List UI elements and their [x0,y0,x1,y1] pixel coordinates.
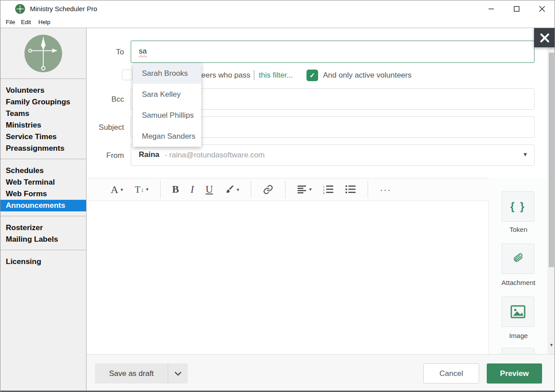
active-volunteers-checkbox[interactable]: ✓ [306,70,318,81]
sidebar-section-output: Schedules Web Terminal Web Forms Announc… [0,159,86,216]
paperclip-icon [511,252,525,265]
sidebar-section-tools: Rosterizer Mailing Labels [0,216,86,250]
footer-bar: Save as draft Cancel Preview [87,354,555,391]
chevron-down-icon: ▾ [236,187,239,194]
sidebar-item-teams[interactable]: Teams [0,108,86,120]
subject-label: Subject [87,123,124,132]
autocomplete-item[interactable]: Samuel Phillips [133,105,201,126]
window-title: Ministry Scheduler Pro [30,5,97,12]
chevron-down-icon: ▾ [146,186,149,194]
token-braces-icon: { } [510,200,526,213]
app-window: Ministry Scheduler Pro File Edit Help [0,0,555,392]
sidebar-item-schedules[interactable]: Schedules [0,165,86,177]
cancel-button[interactable]: Cancel [423,363,479,384]
chevron-down-icon: ▾ [120,187,123,194]
save-draft-dropdown-button[interactable] [168,363,188,384]
app-logo-icon [15,4,25,14]
underline-button[interactable]: U [206,185,213,194]
italic-button[interactable]: I [191,185,194,194]
active-volunteers-label: And only active volunteers [323,71,411,80]
panel-scrollbar[interactable]: ▾ [547,28,555,354]
font-color-button[interactable]: A ▾ [111,185,123,194]
toolbar-separator [160,181,161,198]
from-select[interactable]: Raina - raina@rotundasoftware.com ▾ [131,144,534,166]
from-email: - raina@rotundasoftware.com [165,151,265,160]
to-input[interactable]: sa [131,41,534,63]
checkmark-icon: ✓ [310,71,315,79]
sidebar-item-service-times[interactable]: Service Times [0,131,86,143]
sidebar-item-ministries[interactable]: Ministries [0,120,86,131]
save-draft-split-button: Save as draft [95,363,188,384]
align-button[interactable]: ▾ [297,185,312,194]
sidebar-item-preassignments[interactable]: Preassignments [0,143,86,154]
toolbar-separator [368,181,368,198]
toolbar-separator [285,181,286,198]
scrollbar-thumb[interactable] [549,53,554,267]
close-icon [539,33,550,43]
from-label: From [87,151,124,160]
attachment-label: Attachment [489,279,547,286]
from-name: Raina [139,150,159,159]
sidebar-item-rosterizer[interactable]: Rosterizer [0,222,86,234]
bullet-list-button[interactable] [345,185,356,194]
autocomplete-item[interactable]: Sara Kelley [133,84,201,105]
menu-bar [0,17,555,28]
message-body-editor[interactable] [87,201,489,354]
sidebar-item-announcements[interactable]: Announcements [0,200,86,211]
numbered-list-icon: 1 2 3 [323,185,334,194]
token-button[interactable]: { } [501,191,534,222]
sidebar-item-mailing-labels[interactable]: Mailing Labels [0,234,86,245]
menu-help[interactable]: Help [38,19,50,25]
to-input-value: sa [139,47,147,56]
chevron-down-icon [174,371,182,376]
menu-file[interactable]: File [6,19,15,25]
image-button[interactable] [501,297,534,327]
image-icon [510,305,526,318]
chevron-down-icon: ▾ [309,186,312,194]
menu-edit[interactable]: Edit [21,19,31,25]
to-label: To [87,48,124,57]
sidebar-section-licensing: Licensing [0,250,86,272]
sidebar-item-family-groupings[interactable]: Family Groupings [0,96,86,108]
sidebar-item-web-terminal[interactable]: Web Terminal [0,177,86,188]
dialog-close-button[interactable] [534,28,555,47]
svg-text:2: 2 [323,189,325,191]
token-label: Token [489,226,547,233]
filter-divider [254,70,254,80]
svg-text:1: 1 [323,186,325,188]
close-button[interactable] [532,0,552,17]
sidebar-item-web-forms[interactable]: Web Forms [0,188,86,200]
autocomplete-item[interactable]: Sarah Brooks [133,63,201,84]
svg-text:3: 3 [323,192,325,194]
insert-tools-panel: { } Token Attachment Image [489,178,547,354]
chevron-down-icon[interactable]: ▾ [523,150,527,158]
insert-link-button[interactable] [263,184,273,195]
font-size-button[interactable]: T ↕ ▾ [135,185,149,194]
bullet-list-icon [345,185,356,194]
image-label: Image [489,332,547,339]
maximize-button[interactable] [506,0,527,17]
more-options-button[interactable]: ··· [380,186,391,193]
scroll-down-arrow-icon[interactable]: ▾ [548,341,555,348]
save-as-draft-button[interactable]: Save as draft [95,363,168,384]
attachment-button[interactable] [501,243,534,274]
autocomplete-item[interactable]: Megan Sanders [133,126,201,147]
sidebar-item-licensing[interactable]: Licensing [0,256,86,268]
toolbar-separator [251,181,251,198]
highlight-color-button[interactable]: ▾ [224,185,239,194]
this-filter-link[interactable]: this filter... [259,71,293,80]
preview-button[interactable]: Preview [487,363,542,384]
title-bar: Ministry Scheduler Pro [0,0,555,17]
sidebar-section-data: Volunteers Family Groupings Teams Minist… [0,79,86,159]
ordered-list-button[interactable]: 1 2 3 [323,185,334,194]
sidebar-item-volunteers[interactable]: Volunteers [0,85,86,96]
sidebar: Volunteers Family Groupings Teams Minist… [0,28,87,391]
minimize-button[interactable] [481,0,501,17]
formatting-toolbar: A ▾ T ↕ ▾ B I U ▾ [87,178,489,201]
autocomplete-dropdown: Sarah Brooks Sara Kelley Samuel Phillips… [133,63,201,147]
updown-arrow-icon: ↕ [141,186,144,194]
link-icon [263,184,273,195]
filter-checkbox[interactable] [122,70,133,80]
bold-button[interactable]: B [172,185,179,194]
paintbrush-icon [224,185,234,194]
